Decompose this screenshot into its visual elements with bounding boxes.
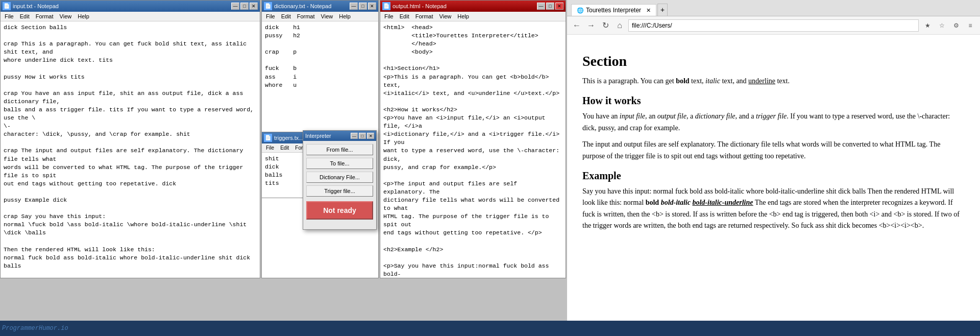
output-close-btn[interactable]: ✕ — [555, 3, 564, 10]
interpreter-close-btn[interactable]: ✕ — [367, 133, 374, 139]
tab-icon: 🌐 — [577, 7, 584, 14]
output-menu-edit[interactable]: Edit — [397, 12, 412, 20]
output-title-left: 📄 output.html - Notepad — [382, 2, 447, 10]
dict-maximize-btn[interactable]: □ — [359, 3, 367, 10]
dict-menu-bar: File Edit Format View Help — [262, 12, 378, 21]
to-file-button[interactable]: To file... — [306, 158, 373, 169]
not-ready-button[interactable]: Not ready — [306, 201, 373, 220]
taskbar-label: ProgrammerHumor.io — [2, 325, 68, 332]
from-file-button[interactable]: From file... — [306, 144, 373, 155]
browser-p4: Say you have this input: normal fuck bol… — [582, 186, 965, 232]
go-btn[interactable]: ★ — [922, 20, 933, 31]
interpreter-title-label: Interpreter — [305, 133, 331, 139]
forward-btn[interactable]: → — [585, 20, 597, 31]
refresh-btn[interactable]: ↻ — [600, 20, 611, 31]
input-menu-edit[interactable]: Edit — [17, 12, 33, 20]
triggers-menu-edit[interactable]: Edit — [277, 144, 292, 152]
browser-tab-bar: 🌐 Tourettes Interpreter ✕ + — [567, 0, 980, 16]
output-menu-view[interactable]: View — [436, 12, 455, 20]
notepad-icon: 📄 — [3, 2, 11, 10]
browser-active-tab[interactable]: 🌐 Tourettes Interpreter ✕ — [571, 4, 656, 16]
browser-nav-bar: ← → ↻ ⌂ ★ ☆ ⚙ ≡ — [567, 16, 980, 35]
dict-menu-edit[interactable]: Edit — [278, 12, 294, 20]
browser-tab-title: Tourettes Interpreter — [586, 7, 641, 14]
output-menu-help[interactable]: Help — [454, 12, 472, 20]
input-close-btn[interactable]: ✕ — [250, 3, 258, 10]
dictionary-file-button[interactable]: Dictionary File... — [306, 172, 373, 183]
taskbar: ProgrammerHumor.io — [0, 321, 980, 336]
input-menu-bar: File Edit Format View Help — [1, 12, 260, 21]
dict-title-bar[interactable]: 📄 dictionary.txt - Notepad — □ ✕ — [262, 1, 378, 12]
browser-content-area: Section This is a paragraph. You can get… — [567, 35, 980, 335]
input-notepad-window: 📄 input.txt - Notepad — □ ✕ File Edit Fo… — [0, 0, 260, 278]
menu-btn[interactable]: ≡ — [965, 20, 976, 31]
dict-menu-help[interactable]: Help — [336, 12, 354, 20]
input-window-controls: — □ ✕ — [231, 3, 258, 10]
input-minimize-btn[interactable]: — — [231, 3, 239, 10]
output-menu-file[interactable]: File — [381, 12, 397, 20]
input-editor[interactable]: dick Section balls crap This is a paragr… — [1, 21, 260, 278]
bookmark-btn[interactable]: ☆ — [936, 20, 947, 31]
dict-menu-file[interactable]: File — [263, 12, 278, 20]
dict-close-btn[interactable]: ✕ — [368, 3, 376, 10]
dict-title-left: 📄 dictionary.txt - Notepad — [264, 2, 331, 10]
settings-btn[interactable]: ⚙ — [950, 20, 962, 31]
dict-menu-view[interactable]: View — [318, 12, 336, 20]
triggers-window-title: triggers.tx... — [274, 135, 303, 141]
trigger-file-button[interactable]: Trigger file... — [306, 185, 373, 197]
triggers-title-left: 📄 triggers.tx... — [264, 134, 303, 142]
back-btn[interactable]: ← — [571, 20, 582, 31]
interpreter-maximize-btn[interactable]: □ — [359, 133, 366, 139]
input-title-bar[interactable]: 📄 input.txt - Notepad — □ ✕ — [1, 1, 260, 12]
output-minimize-btn[interactable]: — — [537, 3, 545, 10]
dict-menu-format[interactable]: Format — [294, 12, 318, 20]
browser-how-it-works-heading: How it works — [582, 95, 965, 107]
dict-window-title: dictionary.txt - Notepad — [274, 3, 331, 9]
address-bar[interactable] — [628, 19, 919, 32]
output-window-controls: — □ ✕ — [537, 3, 564, 10]
dict-window-controls: — □ ✕ — [350, 3, 376, 10]
input-maximize-btn[interactable]: □ — [240, 3, 249, 10]
triggers-notepad-icon: 📄 — [264, 134, 272, 142]
dict-minimize-btn[interactable]: — — [350, 3, 358, 10]
output-notepad-window: 📄 output.html - Notepad — □ ✕ File Edit … — [380, 0, 566, 278]
browser-p2: You have an input file, an output file, … — [582, 111, 965, 134]
output-editor[interactable]: <html> <head> <title>Tourettes Interpret… — [380, 21, 566, 278]
input-title-left: 📄 input.txt - Notepad — [3, 2, 59, 10]
input-menu-view[interactable]: View — [57, 12, 75, 20]
new-tab-btn[interactable]: + — [657, 4, 668, 16]
output-menu-bar: File Edit Format View Help — [380, 12, 566, 21]
dict-notepad-icon: 📄 — [264, 2, 272, 10]
browser-window: 🌐 Tourettes Interpreter ✕ + ← → ↻ ⌂ ★ ☆ … — [567, 0, 980, 336]
home-btn[interactable]: ⌂ — [614, 20, 625, 31]
output-title-bar[interactable]: 📄 output.html - Notepad — □ ✕ — [380, 1, 566, 12]
output-menu-format[interactable]: Format — [412, 12, 436, 20]
tab-close-btn[interactable]: ✕ — [646, 7, 651, 14]
input-menu-format[interactable]: Format — [33, 12, 57, 20]
interpreter-body: From file... To file... Dictionary File.… — [303, 141, 376, 229]
browser-p3: The input and output files are self expl… — [582, 139, 965, 162]
interpreter-title-bar[interactable]: Interpreter — □ ✕ — [303, 131, 376, 141]
output-window-title: output.html - Notepad — [393, 3, 447, 9]
interpreter-minimize-btn[interactable]: — — [351, 133, 358, 139]
input-window-title: input.txt - Notepad — [13, 3, 59, 9]
input-menu-file[interactable]: File — [2, 12, 17, 20]
output-notepad-icon: 📄 — [382, 2, 390, 10]
input-menu-help[interactable]: Help — [75, 12, 92, 20]
browser-section-heading: Section — [582, 53, 965, 69]
browser-example-heading: Example — [582, 170, 965, 182]
output-maximize-btn[interactable]: □ — [546, 3, 554, 10]
browser-p1: This is a paragraph. You can get bold te… — [582, 76, 965, 87]
interpreter-dialog: Interpreter — □ ✕ From file... To file..… — [303, 130, 377, 230]
triggers-menu-file[interactable]: File — [263, 144, 277, 152]
